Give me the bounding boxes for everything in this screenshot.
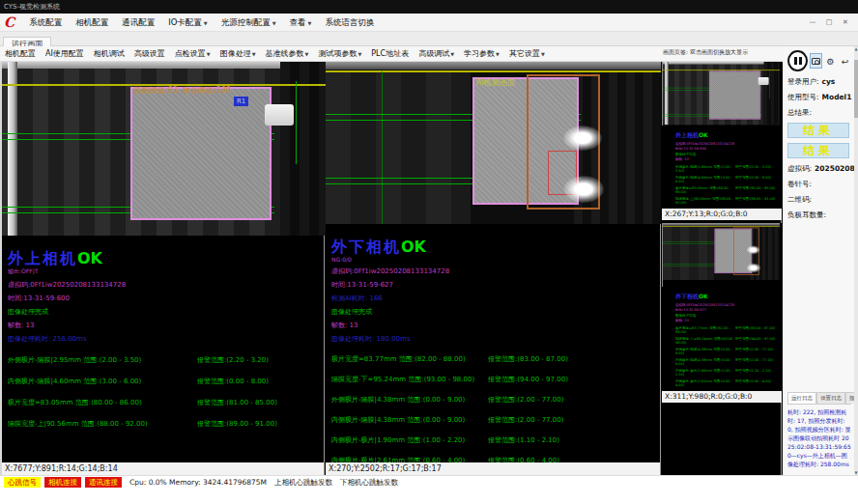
return-arrow-icon: ↩ (842, 57, 849, 67)
vertical-scrollbar[interactable]: ▲ ▼ (854, 46, 858, 475)
thumbnail-upper-camera[interactable]: 外上相机OK 虚拟码:0Ff1iw20250208133134728 时间:13… (662, 62, 782, 220)
status-bar: 心跳信号 相机连接 通讯连接 Cpu: 0.0% Memory: 3424.41… (0, 475, 858, 489)
window-title: CYS-视觉检测系统 (4, 3, 60, 11)
measurement-row: 内侧极片-隔膜|4.60mm 范围:(3.00 - 6.00)报警范围:(0.0… (8, 377, 324, 386)
lower-cam-heartbeat-text: 下相机心跳触发数 (340, 478, 398, 488)
measurement-row: 内侧极片-隔膜|4.38mm 范围:(0.00 - 9.00)报警范围:(2.0… (331, 415, 660, 425)
toolbar-advanced-settings[interactable]: 高级设置 (129, 46, 170, 61)
virtual-code-line: 虚拟码:0Ff1iw20250208133134728 (8, 280, 324, 290)
time-line: 时间:13-31-59-600 (8, 294, 324, 303)
connector-blob (265, 104, 294, 126)
toolbar-spot-check[interactable]: 点检设置▼ (170, 46, 215, 62)
chevron-down-icon: ▼ (358, 51, 361, 57)
login-user-row: 登录用户:cys (787, 77, 851, 87)
elapsed-line: 图像处理耗时: 180.00ms (331, 334, 660, 344)
tab-count-row: 负极耳数量: (787, 210, 851, 220)
chevron-down-icon: ▼ (204, 20, 208, 26)
camera-image-upper[interactable]: R1 匹配阈值:93, 吻合阈值:100 (2, 62, 327, 236)
chevron-down-icon: ▼ (308, 20, 312, 26)
menu-language-switch[interactable]: 系统语言切换 (318, 14, 381, 31)
toolbar-advanced-debug[interactable]: 高级调试▼ (414, 46, 459, 62)
cpu-memory-text: Cpu: 0.0% Memory: 3424.41796875M (129, 478, 267, 487)
bright-column (8, 62, 17, 236)
scrollbar-thumb[interactable] (854, 60, 858, 118)
toolbar-camera-config[interactable]: 相机配置 (0, 46, 41, 61)
result-text-upper: 外上相机OK 输出:OFF|T 虚拟码:0Ff1iw20250208133134… (2, 236, 324, 429)
thumbnail-hint: 画面页签: 双击画面切换放大显示 (663, 48, 781, 57)
menu-system-config[interactable]: 系统配置 (22, 14, 69, 31)
toolbar-ai-config[interactable]: AI使用配置 (41, 46, 89, 61)
camera-image-lower[interactable]: AI检测画面 (326, 62, 661, 224)
chevron-down-icon: ▼ (305, 51, 309, 57)
menu-camera-config[interactable]: 相机配置 (69, 14, 115, 31)
tab-strip: 运行画面 (0, 32, 858, 46)
measurement-row: 隔膜宽度-上|90.56mm 范围:(88.00 - 92.00)报警范围:(8… (8, 419, 324, 429)
frame-line: 帧数: 13 (8, 321, 324, 330)
chevron-down-icon: ▼ (252, 51, 256, 57)
menu-light-config[interactable]: 光源控制配置▼ (214, 14, 283, 32)
result-box-upper: 结果 (787, 123, 849, 138)
ai-time-line: 检测AI耗时: 166 (331, 294, 660, 303)
tab-settings-log[interactable]: 设置日志 (816, 392, 845, 404)
measurement-row: 极片宽度=83.77mm 范围:(82.00 - 88.00)报警范围:(83.… (331, 354, 660, 364)
elapsed-line: 图像处理耗时: 256.00ms (8, 334, 324, 344)
time-line: 时间:13-31-59-627 (331, 280, 660, 290)
scroll-up-icon[interactable]: ▲ (854, 46, 858, 51)
camera-panel-lower: AI检测画面 外下相机OK NG:0/0 虚拟码:0Ff1iw202502081… (326, 62, 661, 475)
camera-view-button[interactable] (810, 53, 822, 69)
measurement-row: 外侧极片-隔膜|4.38mm 范围:(0.00 - 9.00)报警范围:(2.0… (331, 395, 660, 405)
pixel-coords-lower: X:270;Y:2502;R:17;G:17;B:17 (326, 462, 660, 475)
machine-block (326, 71, 471, 224)
toolbar-plc-address[interactable]: PLC地址表 (366, 46, 414, 61)
toolbar-learning-params[interactable]: 学习参数▼ (459, 46, 504, 62)
upper-cam-heartbeat-text: 上相机心跳触发数 (274, 478, 332, 488)
camera-title: 外下相机OK (331, 238, 660, 258)
settings-button[interactable]: ⚙ (824, 53, 837, 69)
thumbnail-lower-camera[interactable]: 外下相机OK 虚拟码:0Ff1iw20250208133134728 时间:13… (662, 223, 782, 403)
virtual-code-value: 20250208 (815, 164, 855, 173)
login-user-value: cys (822, 77, 836, 86)
frame-line: 帧数: 13 (331, 321, 660, 330)
gear-icon: ⚙ (826, 57, 834, 67)
heartbeat-badge: 心跳信号 (4, 477, 41, 488)
baseline-yellow (326, 70, 661, 72)
menu-io-config[interactable]: IO卡配置▼ (161, 14, 214, 32)
toolbar-baseline-params[interactable]: 基准线参数▼ (261, 46, 314, 62)
light-flare (563, 126, 602, 151)
maximize-icon[interactable]: □ (822, 16, 836, 28)
pause-button[interactable] (787, 50, 808, 71)
close-icon[interactable]: ✕ (839, 16, 852, 28)
thumbnail-column: 外上相机OK 虚拟码:0Ff1iw20250208133134728 时间:13… (662, 62, 782, 475)
toolbar-image-processing[interactable]: 图像处理▼ (215, 46, 261, 62)
bottom-filler (0, 489, 858, 504)
chevron-down-icon: ▼ (272, 20, 276, 26)
toolbar-camera-debug[interactable]: 相机调试 (89, 46, 129, 61)
return-button[interactable]: ↩ (839, 53, 851, 69)
ok-status: OK (77, 249, 102, 267)
measurement-row: 内侧极片-极片|1.90mm 范围:(1.00 - 2.20)报警范围:(1.1… (331, 435, 660, 445)
threshold-overlay-text: 匹配阈值:93, 吻合阈值:100 (134, 85, 231, 96)
minimize-icon[interactable]: — (806, 16, 819, 28)
toolbar-other-settings[interactable]: 其它设置▼ (504, 46, 550, 62)
menu-view[interactable]: 查看▼ (283, 14, 319, 32)
title-bar: CYS-视觉检测系统 (0, 0, 858, 14)
chevron-down-icon: ▼ (541, 51, 545, 57)
menu-comm-config[interactable]: 通讯配置 (115, 14, 161, 31)
result-box-lower: 结果 (787, 143, 849, 158)
window-controls: — □ ✕ (803, 16, 852, 28)
total-result-label: 总结果: (787, 108, 851, 118)
model-value: Model1 (822, 93, 852, 101)
tab-run-log[interactable]: 运行日志 (787, 392, 816, 404)
roi-marker: R1 (234, 97, 248, 106)
light-flare (563, 176, 604, 203)
pixel-coords-thumb-upper: X:267;Y:13;R:0;G:0;B:0 (662, 209, 782, 220)
toolbar-test-params[interactable]: 测试项参数▼ (313, 46, 366, 62)
measurement-row: 外侧极片-隔膜|2.95mm 范围:(2.00 - 3.50)报警范围:(2.2… (8, 355, 324, 365)
ok-status: OK (401, 238, 426, 256)
model-row: 使用型号:Model1 (787, 93, 851, 102)
virtual-code-line: 虚拟码:0Ff1iw20250208133134728 (331, 266, 660, 276)
chevron-down-icon: ▼ (207, 51, 211, 57)
menu-bar: C 系统配置 相机配置 通讯配置 IO卡配置▼ 光源控制配置▼ 查看▼ 系统语言… (0, 14, 858, 32)
spacer (787, 220, 851, 382)
log-tab-strip: 运行日志 设置日志 报警日志 (787, 392, 851, 405)
